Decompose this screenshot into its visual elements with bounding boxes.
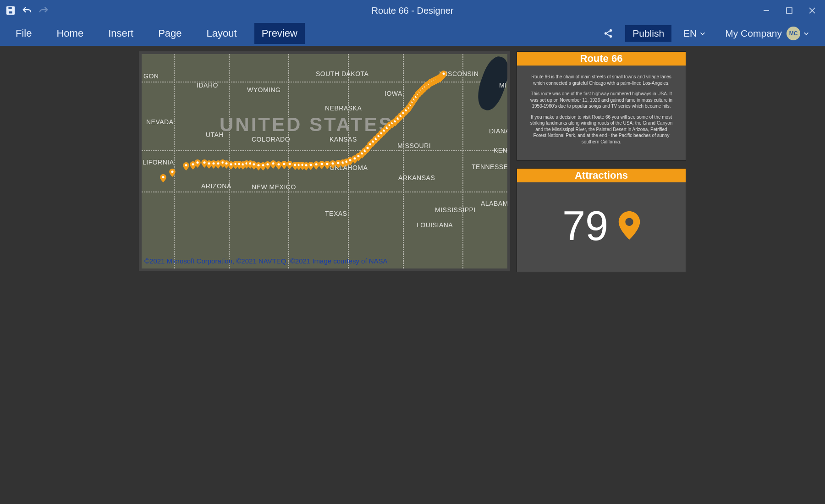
close-button[interactable] [803,2,821,19]
state-label: KANSAS [330,136,357,143]
map-pin [183,162,189,170]
chevron-down-icon [699,30,706,37]
state-label: ARKANSAS [398,174,435,181]
svg-rect-1 [8,7,12,10]
share-icon[interactable] [596,26,621,41]
company-label: My Company [725,28,782,39]
tab-file[interactable]: File [8,23,39,44]
state-label: KENTUCKY [494,147,510,154]
attractions-count: 79 [562,203,608,250]
titlebar: Route 66 - Designer [0,0,825,21]
attractions-body: 79 [517,182,686,272]
publish-button[interactable]: Publish [625,25,671,42]
pin-icon [618,211,640,241]
state-label: COLORADO [252,136,290,143]
state-label: ALABAM [481,200,508,207]
state-label: IOWA [385,90,402,97]
attractions-title: Attractions [517,169,686,182]
map-pin [194,159,201,168]
state-label: NEW MEXICO [252,183,296,191]
window-title: Route 66 - Designer [372,5,454,16]
svg-rect-2 [8,11,12,14]
state-label: DIANA [489,127,510,135]
state-label: MI [499,82,507,89]
undo-icon[interactable] [20,4,34,17]
window-controls [757,2,821,19]
tab-page[interactable]: Page [151,23,189,44]
state-label: WYOMING [247,86,281,93]
ribbon-right: Publish EN My Company MC [596,24,817,43]
language-label: EN [683,28,697,39]
svg-point-13 [625,218,633,225]
tab-preview[interactable]: Preview [254,23,305,44]
chevron-down-icon [803,30,809,37]
desc-para: If you make a decision to visit Route 66… [529,114,674,145]
route66-panel[interactable]: Route 66 Route 66 is the chain of main s… [517,51,686,161]
svg-rect-4 [786,8,792,13]
map-credit: ©2021 Microsoft Corporation, ©2021 NAVTE… [144,257,388,265]
svg-line-11 [607,34,610,36]
save-icon[interactable] [4,4,17,17]
maximize-button[interactable] [780,2,798,19]
tab-layout[interactable]: Layout [199,23,244,44]
state-label: IDAHO [197,82,218,89]
route66-description: Route 66 is the chain of main streets of… [517,66,686,160]
tab-home[interactable]: Home [49,23,91,44]
design-canvas: UNITED STATES GON IDAHO WYOMING SOUTH DA… [0,46,825,278]
minimize-button[interactable] [757,2,776,19]
right-column: Route 66 Route 66 is the chain of main s… [517,51,686,272]
map-pin [169,169,176,177]
language-selector[interactable]: EN [676,25,713,42]
state-label: MISSOURI [397,142,431,149]
state-label: LIFORNIA [143,159,174,166]
state-label: TEXAS [325,210,347,217]
redo-icon[interactable] [37,4,50,17]
map-widget[interactable]: UNITED STATES GON IDAHO WYOMING SOUTH DA… [139,51,510,271]
qat [4,4,50,17]
map-pin [440,71,447,79]
avatar: MC [786,27,800,40]
state-label: LOUISIANA [417,221,453,229]
route66-title: Route 66 [517,52,686,66]
svg-line-10 [607,31,610,33]
desc-para: This route was one of the first highway … [529,91,674,110]
map-pin [160,174,166,182]
state-label: NEVADA [146,118,174,126]
menu-tabs: File Home Insert Page Layout Preview [8,23,305,44]
state-label: MISSISSIPPI [435,206,476,214]
state-label: TENNESSEE [472,163,510,170]
state-label: SOUTH DAKOTA [316,70,368,77]
attractions-panel[interactable]: Attractions 79 [517,168,686,272]
state-label: GON [143,72,159,80]
tab-insert[interactable]: Insert [101,23,141,44]
desc-para: Route 66 is the chain of main streets of… [529,74,674,86]
menu-bar: File Home Insert Page Layout Preview Pub… [0,21,825,46]
state-label: NEBRASKA [325,104,362,112]
map-surface: UNITED STATES GON IDAHO WYOMING SOUTH DA… [142,54,507,268]
state-label: ARIZONA [201,182,231,190]
state-label: UTAH [206,131,224,138]
country-label: UNITED STATES [220,114,393,136]
company-menu[interactable]: My Company MC [718,24,817,43]
